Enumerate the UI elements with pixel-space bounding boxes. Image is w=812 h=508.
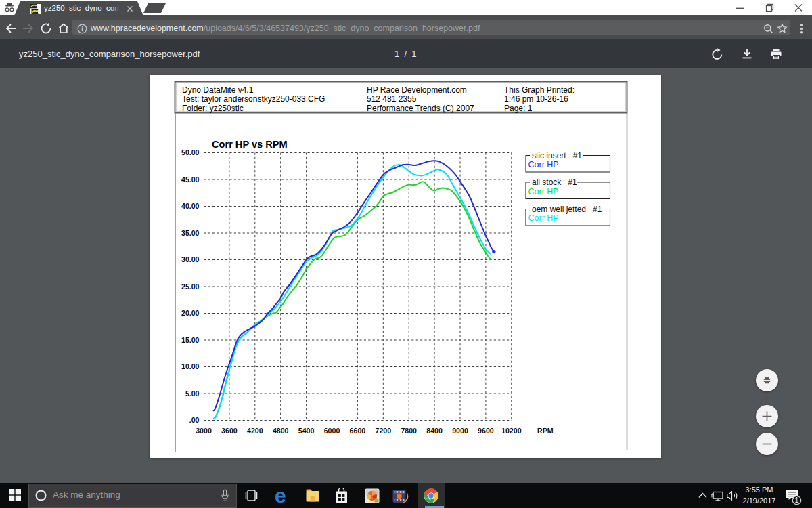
svg-text:30.00: 30.00 <box>181 255 200 263</box>
svg-text:3600: 3600 <box>221 427 238 435</box>
svg-text:7200: 7200 <box>376 427 392 435</box>
svg-text:50.00: 50.00 <box>181 148 200 156</box>
svg-text:Corr HP: Corr HP <box>528 187 559 196</box>
svg-text:Corr HP: Corr HP <box>528 213 559 223</box>
svg-text:1: 1 <box>795 496 799 504</box>
svg-text:stic insert #1: stic insert #1 <box>532 151 582 161</box>
svg-text:RPM: RPM <box>537 427 554 435</box>
svg-text:all stock #1: all stock #1 <box>532 177 577 187</box>
svg-text:4800: 4800 <box>273 427 289 435</box>
svg-text:9000: 9000 <box>452 427 468 435</box>
svg-text:45.00: 45.00 <box>181 175 200 184</box>
svg-text:7800: 7800 <box>401 427 417 435</box>
svg-text:Corr HP vs RPM: Corr HP vs RPM <box>212 139 288 150</box>
svg-text:9600: 9600 <box>478 427 494 435</box>
svg-text:20.00: 20.00 <box>181 309 200 317</box>
svg-text:6600: 6600 <box>350 427 366 435</box>
svg-text:8400: 8400 <box>426 427 443 435</box>
svg-text:oem well jetted #1: oem well jetted #1 <box>532 205 602 214</box>
svg-text:35.00: 35.00 <box>181 229 200 237</box>
svg-text:10200: 10200 <box>501 427 522 435</box>
svg-text:6000: 6000 <box>324 427 340 435</box>
svg-text:15.00: 15.00 <box>181 336 200 344</box>
svg-text:10.00: 10.00 <box>181 362 200 371</box>
svg-text:5400: 5400 <box>298 427 315 435</box>
svg-text:4200: 4200 <box>247 427 263 435</box>
svg-text:3000: 3000 <box>196 427 212 435</box>
svg-text:.00: .00 <box>189 416 200 424</box>
svg-text:Corr HP: Corr HP <box>528 160 559 169</box>
svg-text:40.00: 40.00 <box>181 202 200 210</box>
svg-text:25.00: 25.00 <box>181 282 200 291</box>
svg-text:5.00: 5.00 <box>185 389 200 398</box>
